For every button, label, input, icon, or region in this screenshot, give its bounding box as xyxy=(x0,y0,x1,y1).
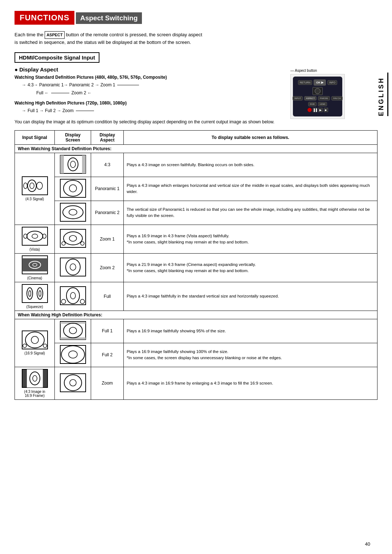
english-label: ENGLISH xyxy=(377,73,388,116)
svg-rect-0 xyxy=(22,177,48,195)
svg-rect-33 xyxy=(22,284,48,303)
remote-container: — Aspect button RETURN OK ▶ INFO INPUT A… xyxy=(290,67,348,119)
svg-rect-7 xyxy=(82,155,86,173)
signal-thumb-4-3 xyxy=(22,176,48,195)
table-row: Full 2 Plays a 16:9 image faithfully sho… xyxy=(15,343,377,367)
aspect-key: ASPECT xyxy=(45,31,65,39)
th-description: To display suitable screen as follows. xyxy=(124,130,377,144)
svg-rect-27 xyxy=(22,258,48,271)
aspect-table: Input Signal DisplayScreen DisplayAspect… xyxy=(15,130,377,400)
intro-text1: Each time the xyxy=(15,32,44,37)
svg-rect-38 xyxy=(60,287,86,305)
screen-pan1 xyxy=(55,177,91,201)
intro-text2: button of the remote control is pressed,… xyxy=(66,32,202,37)
screen-full xyxy=(55,282,91,311)
desc-cell: The vertical size of Panoramic1 is reduc… xyxy=(124,201,377,225)
desc-cell: Plays a 16:9 image faithfully showing 95… xyxy=(124,319,377,343)
input-signal-cell: (4:3 Signal) xyxy=(15,153,55,225)
input-signal-cell-16-9: (16:9 Signal) xyxy=(15,319,55,367)
input-signal-cell-4-3-in-16-9: (4:3 Image in16:9 Frame) xyxy=(15,367,55,399)
sd-flow-text2: Full ← xyxy=(36,89,49,97)
aspect-value: Zoom 2 xyxy=(91,253,124,282)
screen-thumb-full2 xyxy=(60,345,86,364)
screen-full2 xyxy=(55,343,91,367)
desc-cell: Plays a 4:3 image in 16:9 frame by enlar… xyxy=(124,367,377,399)
table-row: (16:9 Signal) Full 1 Plays a 16:9 image … xyxy=(15,319,377,343)
signal-label-4-3: (4:3 Signal) xyxy=(18,197,52,201)
intro-text: Each time the ASPECT button of the remot… xyxy=(15,31,261,46)
hd-flow-text: Full 1 → Full 2 → Zoom xyxy=(28,107,74,115)
remote-image: RETURN OK ▶ INFO INPUT ASPECT P.MODE FAV… xyxy=(290,74,345,119)
aspect-button-label: — Aspect button xyxy=(290,69,348,73)
screen-thumb-full xyxy=(60,286,86,305)
page-number: 40 xyxy=(365,541,370,547)
table-row: (Cinema) Zoom 2 Plays a 21:9 image in 4:… xyxy=(15,253,377,282)
desc-cell: Plays a 4:3 image which enlarges horizon… xyxy=(124,177,377,201)
signal-label-vista: (Vista) xyxy=(18,247,52,251)
th-input-signal: Input Signal xyxy=(15,130,55,144)
screen-thumb-pan1 xyxy=(60,179,86,198)
desc-cell: Plays a 21:9 image in 4:3 frame (Cinema … xyxy=(124,253,377,282)
signal-label-4-3-in-16-9: (4:3 Image in16:9 Frame) xyxy=(18,390,52,398)
sd-section-header: When Watching Standard Definition Pictur… xyxy=(15,144,377,153)
desc-cell: Plays a 4:3 image faithfully in the stan… xyxy=(124,282,377,311)
screen-thumb-full1 xyxy=(60,321,86,340)
screen-thumb-zoom-hd xyxy=(60,373,86,392)
table-row: (4:3 Image in16:9 Frame) Zoom Plays a 4:… xyxy=(15,367,377,399)
input-signal-cell-vista: (Vista) xyxy=(15,225,55,253)
signal-label-16-9: (16:9 Signal) xyxy=(18,351,52,355)
sd-flow-text3: Zoom 2 ← xyxy=(72,89,92,97)
input-signal-cell-squeeze: (Squeeze) xyxy=(15,282,55,311)
table-row: Panoramic 1 Plays a 4:3 image which enla… xyxy=(15,177,377,201)
functions-header: FUNCTIONS xyxy=(15,11,74,25)
screen-zoom1 xyxy=(55,225,91,253)
aspect-switching-title: Aspect Switching xyxy=(76,12,142,24)
desc-cell: Plays a 16:9 image faithfully showing 10… xyxy=(124,343,377,367)
svg-rect-6 xyxy=(60,155,64,173)
aspect-value: Full 1 xyxy=(91,319,124,343)
signal-thumb-squeeze xyxy=(22,284,48,303)
hdmi-title: HDMI/Composite Signal Input xyxy=(15,52,99,63)
intro-text3: is switched in sequence, and the status … xyxy=(15,40,191,45)
svg-rect-48 xyxy=(60,321,86,340)
screen-4-3 xyxy=(55,153,91,177)
input-signal-cell-cinema: (Cinema) xyxy=(15,253,55,282)
aspect-value: Panoramic 2 xyxy=(91,201,124,225)
th-display-aspect: DisplayAspect xyxy=(91,130,124,144)
hd-flow-arrow: → xyxy=(22,107,26,115)
aspect-value: Panoramic 1 xyxy=(91,177,124,201)
screen-thumb-zoom2 xyxy=(60,258,86,276)
optimum-text: You can display the image at its optimum… xyxy=(15,119,377,125)
screen-pan2 xyxy=(55,201,91,225)
table-row: Panoramic 2 The vertical size of Panoram… xyxy=(15,201,377,225)
signal-thumb-16-9 xyxy=(22,331,48,349)
signal-label-cinema: (Cinema) xyxy=(18,276,52,280)
english-sidebar: ENGLISH xyxy=(374,0,392,554)
table-row: (4:3 Signal) 4:3 Plays a 4:3 image on sc… xyxy=(15,153,377,177)
hd-section-label: When Watching High Definition Pictures: xyxy=(15,311,377,319)
signal-thumb-vista xyxy=(22,227,48,246)
screen-zoom-hd xyxy=(55,367,91,399)
desc-cell: Plays a 4:3 image on screen faithfully. … xyxy=(124,153,377,177)
aspect-value: Full xyxy=(91,282,124,311)
aspect-value: Full 2 xyxy=(91,343,124,367)
svg-rect-16 xyxy=(22,227,48,245)
aspect-value: 4:3 xyxy=(91,153,124,177)
screen-thumb-4-3 xyxy=(60,155,86,174)
screen-full1 xyxy=(55,319,91,343)
svg-rect-10 xyxy=(60,179,86,197)
screen-thumb-zoom1 xyxy=(60,229,86,248)
signal-label-squeeze: (Squeeze) xyxy=(18,305,52,309)
screen-thumb-pan2 xyxy=(60,203,86,222)
th-display-screen: DisplayScreen xyxy=(55,130,91,144)
hd-section-header: When Watching High Definition Pictures: xyxy=(15,311,377,319)
aspect-value: Zoom xyxy=(91,367,124,399)
desc-cell: Plays a 16:9 image in 4:3 frame (Vista a… xyxy=(124,225,377,253)
sd-section-label: When Watching Standard Definition Pictur… xyxy=(15,144,377,153)
aspect-value: Zoom 1 xyxy=(91,225,124,253)
svg-rect-53 xyxy=(60,345,86,364)
svg-rect-30 xyxy=(60,258,86,276)
table-row: (Vista) Zoom 1 Plays a 16:9 image in 4:3… xyxy=(15,225,377,253)
screen-zoom2 xyxy=(55,253,91,282)
signal-thumb-4-3-in-16-9 xyxy=(22,369,48,388)
